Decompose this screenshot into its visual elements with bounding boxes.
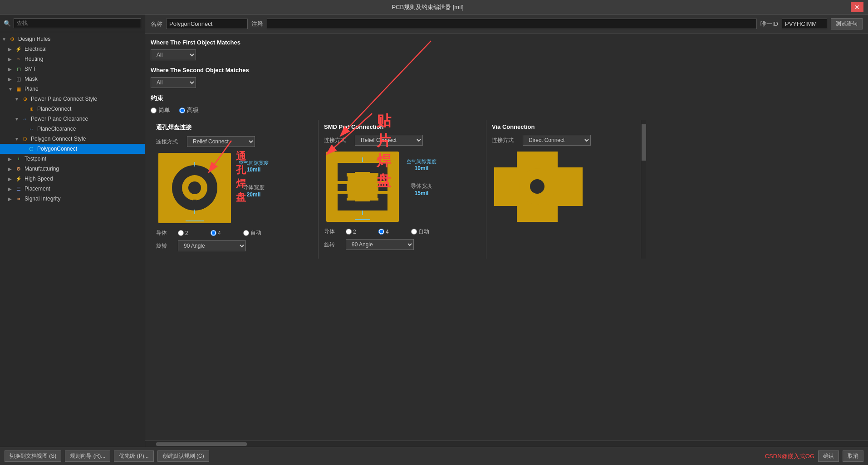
tree-item-5[interactable]: ▼▦Plane [0, 84, 145, 94]
first-match-title: Where The First Object Matches [151, 39, 863, 46]
conductor-4-label-1[interactable]: 4 [211, 230, 238, 236]
close-button[interactable]: ✕ [851, 2, 863, 12]
tree-item-11[interactable]: ⬡PolygonConnect [0, 144, 145, 154]
uid-input[interactable] [782, 19, 827, 29]
tree-item-9[interactable]: ↔PlaneClearance [0, 124, 145, 134]
rotation-select-2[interactable]: 90 Angle 45 Angle [346, 239, 414, 250]
tree-item-1[interactable]: ▶⚡Electrical [0, 44, 145, 54]
tree-arrow-5: ▼ [8, 87, 15, 92]
smd-style-select[interactable]: Relief Connect Direct Connect No Connect [355, 135, 423, 146]
tree-icon-2: ~ [15, 55, 23, 63]
tree-item-8[interactable]: ▼↔Power Plane Clearance [0, 114, 145, 124]
svg-rect-29 [347, 201, 355, 210]
tree-label-1: Electrical [25, 46, 47, 52]
tree-item-0[interactable]: ▼⚙Design Rules [0, 34, 145, 44]
tree-item-2[interactable]: ▶~Routing [0, 54, 145, 64]
conductor-width-label-2: 导体宽度 [411, 182, 432, 190]
tree-item-6[interactable]: ▼⊕Power Plane Connect Style [0, 94, 145, 104]
conn-style-label-1: 连接方式 [156, 138, 183, 146]
svg-rect-39 [558, 152, 583, 167]
conductor-2-radio-1[interactable] [178, 230, 184, 236]
conn-style-label-2: 连接方式 [324, 137, 351, 144]
smd-style-row: 连接方式 Relief Connect Direct Connect No Co… [324, 135, 481, 146]
tree-arrow-12: ▶ [8, 157, 15, 162]
through-hole-style-select[interactable]: Relief Connect Direct Connect No Connect [187, 136, 255, 147]
tree-icon-9: ↔ [27, 125, 35, 133]
advanced-radio-label[interactable]: 高级 [179, 106, 199, 114]
horizontal-scrollbar[interactable] [145, 441, 868, 447]
second-match-select[interactable]: All Net Net Class Layer Pad [151, 77, 196, 88]
conductor-2-label-2[interactable]: 2 [346, 229, 373, 235]
rule-wizard-button[interactable]: 规则向导 (R)... [65, 450, 110, 462]
simple-radio[interactable] [151, 108, 157, 113]
rotation-label-1: 旋转 [156, 242, 174, 250]
conductor-4-radio-1[interactable] [211, 230, 216, 236]
first-match-select[interactable]: All Net Net Class Layer Pad [151, 49, 196, 60]
tree-icon-11: ⬡ [27, 145, 35, 153]
search-input[interactable] [14, 18, 141, 28]
svg-rect-30 [370, 201, 378, 210]
first-match: Where The First Object Matches All Net N… [151, 39, 863, 60]
rotation-select-1[interactable]: 90 Angle 45 Angle [178, 240, 246, 251]
conductor-auto-label-2[interactable]: 自动 [411, 228, 438, 235]
scroll-thumb[interactable] [642, 124, 646, 161]
tree-arrow-8: ▼ [15, 117, 21, 122]
smd-diagram-wrapper: 空气间隙宽度 10mil 导体宽度 15mil [324, 149, 481, 224]
advanced-radio[interactable] [179, 108, 185, 113]
tree-item-13[interactable]: ▶⚙Manufacturing [0, 164, 145, 174]
tree-item-14[interactable]: ▶⚡High Speed [0, 174, 145, 184]
rotation-row-2: 旋转 90 Angle 45 Angle [324, 239, 481, 250]
svg-rect-27 [347, 163, 355, 173]
conductor-width-value-1: 20mil [247, 191, 261, 198]
conductor-4-label-2[interactable]: 4 [378, 229, 406, 235]
clearance-value-2: 10mil [415, 165, 429, 171]
comment-input[interactable] [267, 19, 757, 29]
bottom-bar-right: CSDN@嵌入式OG 确认 取消 [765, 450, 863, 462]
through-hole-panel: 通孔焊盘连接 连接方式 Relief Connect Direct Connec… [151, 120, 319, 259]
tree-arrow-15: ▶ [8, 186, 15, 191]
tree-label-12: Testpoint [25, 156, 46, 162]
tree-item-10[interactable]: ▼⬡Polygon Connect Style [0, 134, 145, 144]
second-match: Where The Second Object Matches All Net … [151, 67, 863, 88]
tree-icon-10: ⬡ [21, 135, 29, 143]
cancel-button[interactable]: 取消 [843, 450, 863, 462]
tree-icon-15: ☰ [15, 185, 23, 193]
tree-icon-0: ⚙ [8, 35, 16, 43]
tree-item-4[interactable]: ▶◫Mask [0, 74, 145, 84]
tree-icon-16: ≈ [15, 195, 23, 203]
name-input[interactable] [166, 19, 248, 29]
conductor-auto-radio-2[interactable] [411, 229, 417, 235]
via-diagram [492, 149, 583, 224]
conductor-radio-group-1: 2 4 自动 [178, 229, 270, 237]
smd-diagram [324, 149, 401, 224]
test-button[interactable]: 测试语句 [831, 18, 863, 29]
tree-label-0: Design Rules [18, 36, 50, 42]
mode-radio-row: 简单 高级 [151, 106, 863, 114]
conductor-2-radio-2[interactable] [346, 229, 352, 235]
conductor-auto-radio-1[interactable] [243, 230, 249, 236]
tree-item-12[interactable]: ▶+Testpoint [0, 154, 145, 164]
simple-radio-label[interactable]: 简单 [151, 106, 170, 114]
svg-rect-41 [558, 206, 583, 222]
tree-icon-3: ◻ [15, 65, 23, 73]
watermark: CSDN@嵌入式OG [765, 452, 814, 460]
confirm-button[interactable]: 确认 [818, 450, 839, 462]
bottom-bar-left: 切换到文档视图 (S) 规则向导 (R)... 优先级 (P)... 创建默认规… [5, 450, 209, 462]
tree-item-3[interactable]: ▶◻SMT [0, 64, 145, 74]
tree-item-16[interactable]: ▶≈Signal Integrity [0, 194, 145, 204]
smd-info: 空气间隙宽度 10mil 导体宽度 15mil [407, 149, 436, 196]
tree-item-7[interactable]: ⊕PlaneConnect [0, 104, 145, 114]
create-default-button[interactable]: 创建默认规则 (C) [157, 450, 209, 462]
switch-view-button[interactable]: 切换到文档视图 (S) [5, 450, 61, 462]
conductor-4-radio-2[interactable] [378, 229, 384, 235]
svg-rect-25 [378, 176, 387, 181]
tree-item-15[interactable]: ▶☰Placement [0, 184, 145, 194]
tree-icon-12: + [15, 155, 23, 163]
conductor-auto-label-1[interactable]: 自动 [243, 229, 270, 237]
conductor-2-label-1[interactable]: 2 [178, 230, 205, 236]
priority-button[interactable]: 优先级 (P)... [114, 450, 153, 462]
via-style-select[interactable]: Relief Connect Direct Connect No Connect [523, 135, 591, 146]
via-style-row: 连接方式 Relief Connect Direct Connect No Co… [492, 135, 635, 146]
vertical-scrollbar[interactable] [641, 120, 646, 259]
h-scroll-thumb[interactable] [156, 442, 247, 446]
